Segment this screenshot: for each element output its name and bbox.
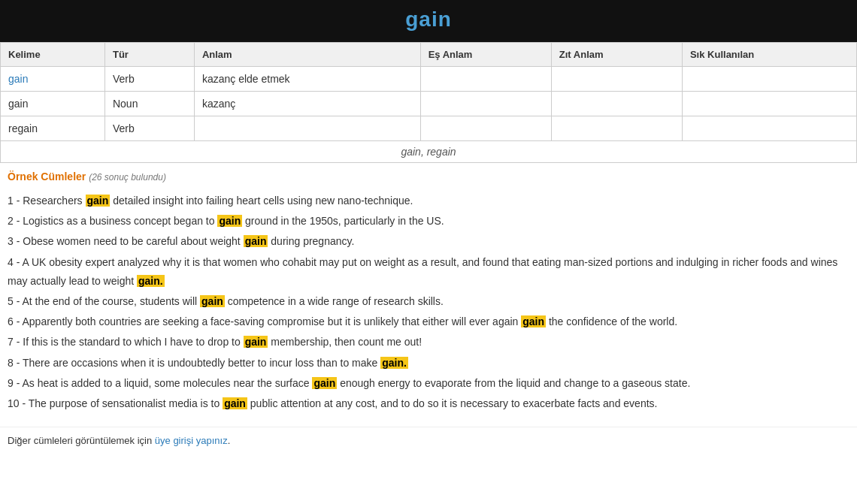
list-item: 7 - If this is the standard to which I h…: [8, 333, 849, 352]
table-row: regainVerb: [1, 116, 857, 141]
sentence-number: 8: [8, 357, 17, 369]
col-tur: Tür: [104, 43, 194, 67]
sentence-text: - A UK obesity expert analyzed why it is…: [8, 256, 837, 287]
cell-synonym: [420, 67, 551, 92]
sentence-number: 10: [8, 397, 22, 409]
sentences-container: 1 - Researchers gain detailed insight in…: [0, 187, 857, 422]
sentence-text: enough energy to evaporate from the liqu…: [337, 377, 690, 389]
highlighted-word: gain.: [137, 275, 165, 287]
sentence-text: - Logistics as a business concept began …: [17, 215, 218, 227]
sentence-number: 4: [8, 256, 17, 268]
cell-synonym: [420, 92, 551, 116]
cell-antonym: [551, 92, 682, 116]
highlighted-word: gain: [244, 336, 268, 348]
highlighted-word: gain: [86, 195, 111, 207]
sentence-text: ground in the 1950s, particularly in the…: [242, 215, 444, 227]
sentence-text: - Obese women need to be careful about w…: [17, 235, 244, 247]
sentence-text: - There are occasions when it is undoubt…: [17, 357, 381, 369]
login-link[interactable]: üye girişi yapınız: [155, 435, 228, 446]
cell-word: gain: [1, 92, 105, 116]
sentence-text: public attention at any cost, and to do …: [247, 397, 658, 409]
list-item: 1 - Researchers gain detailed insight in…: [8, 192, 849, 210]
cell-meaning: kazanç: [194, 92, 420, 116]
highlighted-word: gain.: [380, 357, 408, 369]
word-table: Kelime Tür Anlam Eş Anlam Zıt Anlam Sık …: [0, 42, 857, 163]
table-row: gainNounkazanç: [1, 92, 857, 116]
highlighted-word: gain: [521, 315, 546, 327]
cell-type: Verb: [104, 116, 194, 141]
footer-note: Diğer cümleleri görüntülemek için üye gi…: [0, 427, 857, 454]
list-item: 6 - Apparently both countries are seekin…: [8, 312, 849, 331]
sentence-text: - If this is the standard to which I hav…: [17, 336, 244, 348]
cell-type: Noun: [104, 92, 194, 116]
col-sik-kullanilan: Sık Kullanılan: [682, 43, 856, 67]
list-item: 2 - Logistics as a business concept bega…: [8, 212, 849, 231]
sentence-text: - Researchers: [17, 195, 86, 207]
sentence-number: 7: [8, 336, 17, 348]
cell-meaning: [194, 116, 420, 141]
examples-section-title: Örnek Cümleler (26 sonuç bulundu): [0, 163, 857, 187]
list-item: 9 - As heat is added to a liquid, some m…: [8, 374, 849, 393]
col-es-anlam: Eş Anlam: [420, 43, 551, 67]
page-title: gain: [0, 0, 857, 42]
sentence-text: membership, then count me out!: [268, 336, 422, 348]
sentence-text: during pregnancy.: [268, 235, 354, 247]
col-anlam: Anlam: [194, 43, 420, 67]
sentence-number: 2: [8, 215, 17, 227]
sentence-text: detailed insight into failing heart cell…: [110, 195, 413, 207]
sentence-number: 5: [8, 295, 17, 307]
sentence-text: - At the end of the course, students wil…: [17, 295, 200, 307]
highlighted-word: gain: [244, 235, 268, 247]
sentence-number: 1: [8, 195, 17, 207]
highlighted-word: gain: [200, 295, 225, 307]
sentence-text: - The purpose of sensationalist media is…: [22, 397, 223, 409]
sentence-text: competence in a wide range of research s…: [225, 295, 444, 307]
cell-word[interactable]: gain: [1, 67, 105, 92]
sentence-number: 6: [8, 315, 17, 327]
highlighted-word: gain: [217, 215, 242, 227]
cell-synonym: [420, 116, 551, 141]
list-item: 10 - The purpose of sensationalist media…: [8, 394, 849, 413]
list-item: 4 - A UK obesity expert analyzed why it …: [8, 253, 849, 291]
cell-word: regain: [1, 116, 105, 141]
col-kelime: Kelime: [1, 43, 105, 67]
highlighted-word: gain: [223, 397, 247, 409]
word-link[interactable]: gain: [8, 73, 28, 85]
col-zit-anlam: Zıt Anlam: [551, 43, 682, 67]
sentence-number: 9: [8, 377, 17, 389]
cell-meaning: kazanç elde etmek: [194, 67, 420, 92]
list-item: 5 - At the end of the course, students w…: [8, 292, 849, 311]
cell-type: Verb: [104, 67, 194, 92]
search-row-text: gain, regain: [1, 141, 857, 163]
table-row: gainVerbkazanç elde etmek: [1, 67, 857, 92]
cell-common: [682, 92, 856, 116]
highlighted-word: gain: [312, 377, 337, 389]
sentence-text: - Apparently both countries are seeking …: [17, 315, 522, 327]
cell-antonym: [551, 116, 682, 141]
cell-common: [682, 116, 856, 141]
sentence-text: - As heat is added to a liquid, some mol…: [17, 377, 313, 389]
sentence-text: the confidence of the world.: [546, 315, 677, 327]
sentence-number: 3: [8, 235, 17, 247]
list-item: 3 - Obese women need to be careful about…: [8, 232, 849, 251]
cell-antonym: [551, 67, 682, 92]
list-item: 8 - There are occasions when it is undou…: [8, 354, 849, 373]
cell-common: [682, 67, 856, 92]
